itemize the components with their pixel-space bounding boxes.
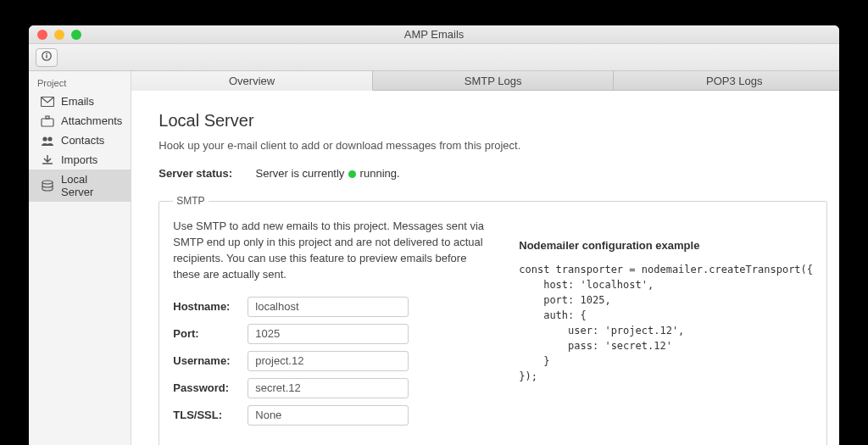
server-icon: [41, 180, 54, 192]
contacts-icon: [41, 135, 54, 147]
smtp-legend: SMTP: [173, 195, 208, 207]
info-icon: [42, 51, 52, 64]
tls-input[interactable]: [248, 405, 409, 426]
sidebar-item-emails[interactable]: Emails: [29, 92, 131, 111]
svg-point-6: [42, 136, 47, 141]
status-running-icon: [348, 170, 356, 178]
password-input[interactable]: [248, 378, 409, 398]
page-subtitle: Hook up your e-mail client to add or dow…: [159, 139, 827, 152]
status-state: running: [360, 167, 397, 180]
close-window-button[interactable]: [37, 30, 47, 40]
import-icon: [41, 154, 54, 166]
smtp-description: Use SMTP to add new emails to this proje…: [173, 219, 495, 282]
smtp-fieldset: SMTP Use SMTP to add new emails to this …: [159, 195, 827, 445]
sidebar-item-label: Emails: [61, 95, 94, 108]
page-heading: Local Server: [159, 111, 827, 131]
status-label: Server status:: [159, 167, 232, 180]
sidebar-item-label: Contacts: [61, 134, 104, 147]
svg-point-8: [42, 181, 53, 184]
tls-label: TLS/SSL:: [173, 409, 248, 421]
svg-point-2: [46, 53, 47, 55]
sidebar-item-label: Attachments: [61, 114, 122, 127]
zoom-window-button[interactable]: [71, 30, 81, 40]
username-label: Username:: [173, 354, 248, 367]
attachments-icon: [41, 115, 54, 127]
sidebar-header: Project: [29, 75, 131, 92]
svg-rect-5: [46, 116, 49, 119]
password-label: Password:: [173, 381, 248, 394]
sidebar-item-attachments[interactable]: Attachments: [29, 111, 131, 131]
tabs: Overview SMTP Logs POP3 Logs: [131, 71, 839, 91]
port-label: Port:: [173, 327, 248, 340]
content: Local Server Hook up your e-mail client …: [131, 91, 839, 445]
username-input[interactable]: [248, 351, 409, 371]
port-input[interactable]: [248, 324, 409, 344]
server-status-line: Server status: Server is currently runni…: [159, 167, 827, 180]
sidebar-item-label: Imports: [61, 153, 97, 166]
app-window: AMP Emails Project Emails Attachments: [29, 25, 839, 445]
sidebar-item-label: Local Server: [61, 173, 122, 198]
minimize-window-button[interactable]: [54, 30, 64, 40]
sidebar-item-imports[interactable]: Imports: [29, 150, 131, 170]
example-code: const transporter = nodemailer.createTra…: [519, 262, 813, 384]
tab-smtp-logs[interactable]: SMTP Logs: [373, 71, 615, 91]
main-panel: Overview SMTP Logs POP3 Logs Local Serve…: [131, 71, 839, 445]
sidebar-item-contacts[interactable]: Contacts: [29, 131, 131, 150]
sidebar-item-local-server[interactable]: Local Server: [29, 170, 131, 202]
window-title: AMP Emails: [29, 28, 839, 41]
tab-pop3-logs[interactable]: POP3 Logs: [614, 71, 839, 91]
hostname-input[interactable]: [248, 297, 409, 317]
svg-rect-4: [42, 119, 53, 126]
svg-point-7: [47, 136, 52, 141]
mail-icon: [41, 96, 54, 108]
status-prefix: Server is currently: [256, 167, 348, 180]
titlebar: AMP Emails: [29, 25, 839, 44]
sidebar: Project Emails Attachments Contacts: [29, 71, 131, 445]
toolbar: [29, 44, 839, 71]
hostname-label: Hostname:: [173, 300, 248, 313]
tab-overview[interactable]: Overview: [131, 71, 373, 91]
svg-rect-1: [46, 55, 47, 58]
example-heading: Nodemailer configuration example: [519, 239, 813, 252]
info-button[interactable]: [36, 48, 58, 67]
